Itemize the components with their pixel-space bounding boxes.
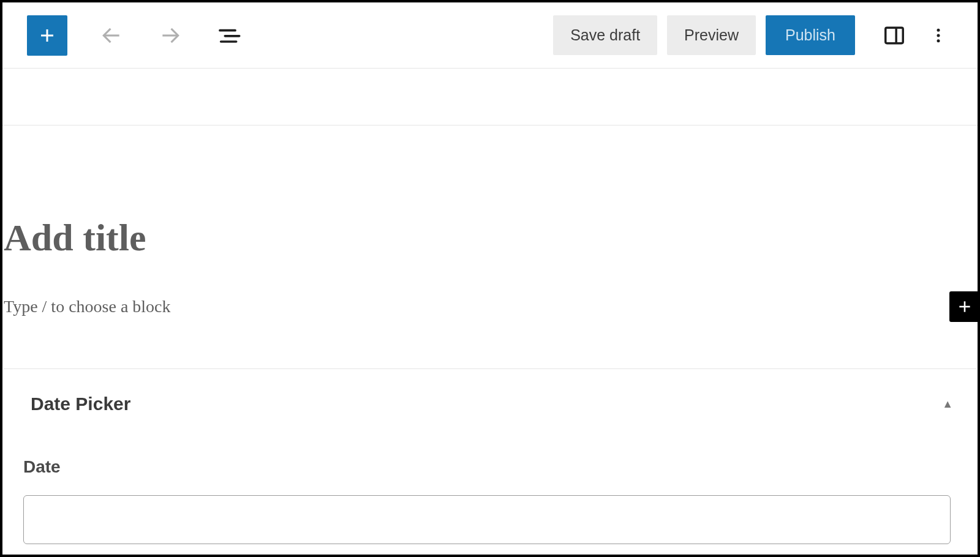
block-placeholder-row: Type / to choose a block [2,291,978,322]
date-picker-panel: Date Picker ▲ Date [4,368,976,544]
redo-button[interactable] [156,21,185,50]
sidebar-icon [883,24,906,47]
panel-header[interactable]: Date Picker ▲ [31,394,953,414]
toolbar-right-group: Save draft Preview Publish [553,15,953,55]
panel-title: Date Picker [31,394,130,414]
inline-add-block-button[interactable] [949,291,980,322]
svg-rect-7 [886,28,903,43]
editor-toolbar: Save draft Preview Publish [2,2,978,69]
plus-icon [957,299,973,315]
undo-icon [100,24,123,47]
toolbar-left-group [27,15,244,56]
svg-point-9 [937,28,940,31]
svg-point-11 [937,39,940,42]
editor-content: Add title Type / to choose a block Date … [2,125,978,544]
post-title-area[interactable]: Add title [2,125,978,260]
title-placeholder[interactable]: Add title [2,216,978,260]
date-input[interactable] [23,495,951,544]
undo-button[interactable] [97,21,126,50]
svg-point-10 [937,34,940,37]
date-field-label: Date [23,457,953,477]
add-block-button[interactable] [27,15,67,56]
preview-button[interactable]: Preview [667,15,756,55]
document-overview-button[interactable] [214,21,244,50]
save-draft-button[interactable]: Save draft [553,15,657,55]
list-icon [217,23,241,48]
plus-icon [38,26,56,45]
block-prompt[interactable]: Type / to choose a block [2,297,171,316]
collapse-icon[interactable]: ▲ [942,398,953,411]
publish-button[interactable]: Publish [766,15,855,55]
redo-icon [159,24,182,47]
more-vertical-icon [929,26,948,45]
settings-panel-toggle[interactable] [880,21,909,50]
more-options-button[interactable] [924,21,953,50]
